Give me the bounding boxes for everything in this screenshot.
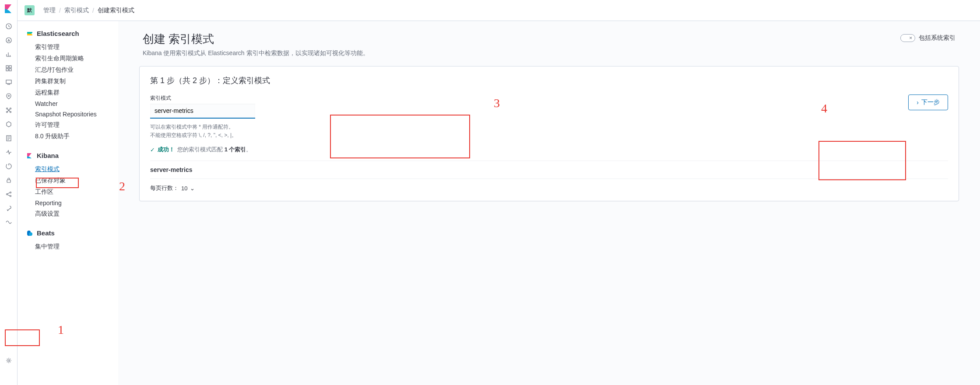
apm-icon[interactable] xyxy=(0,145,18,159)
include-system-indices-toggle[interactable] xyxy=(900,34,915,42)
help-text-2: 不能使用空格或字符 \, /, ?, ", <, >, |。 xyxy=(150,131,517,140)
sidebar-item[interactable]: 远程集群 xyxy=(23,87,118,98)
sidebar-section-kibana: Kibana 索引模式 已保存对象 工作区 Reporting 高级设置 xyxy=(23,150,118,220)
management-icon[interactable] xyxy=(0,354,18,368)
content: 创建 索引模式 Kibana 使用索引模式从 Elasticsearch 索引中… xyxy=(118,21,980,385)
index-pattern-label: 索引模式 xyxy=(150,94,517,102)
success-message: 您的索引模式匹配 1 个索引。 xyxy=(177,146,252,154)
logs-icon[interactable] xyxy=(0,131,18,145)
recently-viewed-icon[interactable] xyxy=(0,19,18,33)
svg-point-7 xyxy=(8,95,9,97)
chevron-right-icon: › xyxy=(917,99,919,106)
svg-rect-6 xyxy=(6,80,11,84)
index-pattern-input[interactable] xyxy=(150,104,255,119)
dev-tools-icon[interactable] xyxy=(0,201,18,215)
sidebar-item[interactable]: Snapshot Repositories xyxy=(23,109,118,119)
svg-rect-13 xyxy=(7,180,11,182)
svg-point-17 xyxy=(8,360,10,361)
svg-rect-3 xyxy=(9,66,11,68)
sidebar-item[interactable]: 已保存对象 xyxy=(23,175,118,186)
dashboard-icon[interactable] xyxy=(0,61,18,75)
sidebar-section-title: Beats xyxy=(37,229,55,237)
sidebar: Elasticsearch 索引管理 索引生命周期策略 汇总/打包作业 跨集群复… xyxy=(18,21,118,385)
svg-rect-5 xyxy=(9,69,11,71)
sidebar-item[interactable]: 许可管理 xyxy=(23,119,118,131)
breadcrumb-item[interactable]: 索引模式 xyxy=(64,7,89,14)
svg-rect-4 xyxy=(6,69,8,71)
sidebar-item-index-patterns[interactable]: 索引模式 xyxy=(23,164,118,175)
breadcrumb-item[interactable]: 管理 xyxy=(43,7,56,14)
icon-rail xyxy=(0,0,18,385)
page-subtitle: Kibana 使用索引模式从 Elasticsearch 索引中检索数据，以实现… xyxy=(143,49,369,57)
step-panel: 第 1 步（共 2 步）：定义索引模式 索引模式 可以在索引模式中将 * 用作通… xyxy=(139,66,959,201)
page-title: 创建 索引模式 xyxy=(143,32,369,47)
header: 默 管理 / 索引模式 / 创建索引模式 xyxy=(18,0,980,21)
next-step-button[interactable]: › 下一步 xyxy=(908,94,948,110)
svg-point-1 xyxy=(6,38,11,43)
svg-rect-2 xyxy=(6,66,8,68)
breadcrumb: 管理 / 索引模式 / 创建索引模式 xyxy=(43,7,134,14)
sidebar-item[interactable]: 8.0 升级助手 xyxy=(23,131,118,142)
elasticsearch-icon xyxy=(26,30,33,37)
toggle-label: 包括系统索引 xyxy=(919,34,955,42)
ml-icon[interactable] xyxy=(0,103,18,117)
graph-icon[interactable] xyxy=(0,187,18,201)
chevron-down-icon: ⌄ xyxy=(190,185,195,192)
sidebar-item[interactable]: 汇总/打包作业 xyxy=(23,64,118,76)
sidebar-item[interactable]: 跨集群复制 xyxy=(23,76,118,87)
help-text-1: 可以在索引模式中将 * 用作通配符。 xyxy=(150,123,517,131)
siem-icon[interactable] xyxy=(0,173,18,187)
monitoring-icon[interactable] xyxy=(0,215,18,229)
sidebar-section-beats: Beats 集中管理 xyxy=(23,228,118,252)
beats-icon xyxy=(26,230,33,237)
rows-per-page[interactable]: 每页行数： 10 ⌄ xyxy=(150,178,948,192)
sidebar-section-title: Elasticsearch xyxy=(37,30,79,37)
sidebar-item[interactable]: 索引生命周期策略 xyxy=(23,53,118,64)
space-badge[interactable]: 默 xyxy=(25,5,35,15)
sidebar-section-elasticsearch: Elasticsearch 索引管理 索引生命周期策略 汇总/打包作业 跨集群复… xyxy=(23,28,118,142)
kibana-icon xyxy=(26,152,33,159)
svg-rect-19 xyxy=(29,232,32,236)
sidebar-item[interactable]: 索引管理 xyxy=(23,42,118,53)
success-label: 成功！ xyxy=(158,146,175,154)
sidebar-item[interactable]: Reporting xyxy=(23,198,118,208)
step-title: 第 1 步（共 2 步）：定义索引模式 xyxy=(150,75,948,86)
infrastructure-icon[interactable] xyxy=(0,117,18,131)
sidebar-item[interactable]: 工作区 xyxy=(23,186,118,198)
visualize-icon[interactable] xyxy=(0,47,18,61)
discover-icon[interactable] xyxy=(0,33,18,47)
breadcrumb-item-current: 创建索引模式 xyxy=(98,7,134,14)
kibana-logo-icon[interactable] xyxy=(4,4,14,14)
check-icon: ✓ xyxy=(150,147,155,153)
matching-index-row: server-metrics xyxy=(150,161,948,173)
maps-icon[interactable] xyxy=(0,89,18,103)
sidebar-item[interactable]: Watcher xyxy=(23,98,118,109)
sidebar-section-title: Kibana xyxy=(37,152,59,159)
canvas-icon[interactable] xyxy=(0,75,18,89)
sidebar-item[interactable]: 集中管理 xyxy=(23,241,118,252)
uptime-icon[interactable] xyxy=(0,159,18,173)
sidebar-item[interactable]: 高级设置 xyxy=(23,208,118,220)
